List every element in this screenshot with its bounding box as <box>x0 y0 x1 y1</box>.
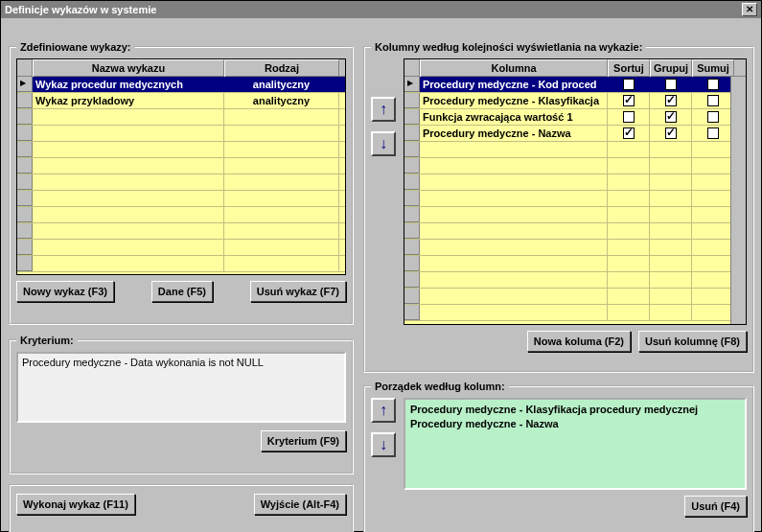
table-row[interactable]: Procedury medyczne - Kod proced <box>404 77 746 93</box>
columns-group: Kolumny według kolejności wyświetlania n… <box>363 41 754 373</box>
columns-legend: Kolumny według kolejności wyświetlania n… <box>371 41 646 53</box>
checkbox[interactable] <box>707 127 719 139</box>
titlebar: Definicje wykazów w systemie ✕ <box>1 1 761 18</box>
defined-grid[interactable]: Nazwa wykazu Rodzaj Wykaz procedur medyc… <box>16 58 346 275</box>
table-row[interactable] <box>17 142 345 158</box>
order-legend: Porządek według kolumn: <box>371 381 509 392</box>
delete-column-button[interactable]: Usuń kolumnę (F8) <box>638 331 747 352</box>
table-row[interactable] <box>404 174 746 191</box>
table-row[interactable] <box>17 240 345 256</box>
col-group[interactable]: Grupuj <box>650 59 692 77</box>
delete-wykaz-button[interactable]: Usuń wykaz (F7) <box>250 281 346 302</box>
col-sort[interactable]: Sortuj <box>608 59 650 77</box>
table-row[interactable]: Procedury medyczne - Nazwa <box>404 126 746 142</box>
checkbox[interactable] <box>665 79 677 90</box>
defined-legend: Zdefiniowane wykazy: <box>16 41 135 53</box>
move-up-button[interactable]: ↑ <box>371 97 396 122</box>
col-column[interactable]: Kolumna <box>420 59 608 77</box>
order-down-button[interactable]: ↓ <box>371 432 396 457</box>
delete-order-button[interactable]: Usuń (F4) <box>684 496 747 517</box>
table-row[interactable] <box>17 223 345 240</box>
checkbox[interactable] <box>707 95 719 106</box>
table-row[interactable] <box>17 191 345 207</box>
table-row[interactable] <box>404 240 746 256</box>
new-wykaz-button[interactable]: Nowy wykaz (F3) <box>16 281 114 302</box>
table-row[interactable] <box>404 158 746 174</box>
list-item[interactable]: Procedury medyczne - Klasyfikacja proced… <box>410 403 740 417</box>
checkbox[interactable] <box>707 79 719 90</box>
table-row[interactable] <box>404 142 746 158</box>
table-row[interactable] <box>404 256 746 272</box>
criteria-button[interactable]: Kryterium (F9) <box>261 430 346 451</box>
checkbox[interactable] <box>665 111 677 123</box>
new-column-button[interactable]: Nowa koluma (F2) <box>527 331 631 352</box>
move-down-button[interactable]: ↓ <box>371 131 396 156</box>
content: Zdefiniowane wykazy: Nazwa wykazu Rodzaj… <box>1 18 761 531</box>
checkbox[interactable] <box>623 95 635 106</box>
table-row[interactable] <box>404 191 746 207</box>
table-row[interactable] <box>17 174 345 191</box>
checkbox[interactable] <box>665 127 677 139</box>
table-row[interactable] <box>17 256 345 272</box>
col-type[interactable]: Rodzaj <box>224 59 339 77</box>
table-row[interactable]: Procedury medyczne - Klasyfikacja <box>404 93 746 109</box>
criteria-legend: Kryterium: <box>16 335 78 346</box>
table-row[interactable] <box>17 126 345 142</box>
table-row[interactable] <box>17 158 345 174</box>
scrollbar[interactable] <box>730 77 746 324</box>
close-button[interactable]: ✕ <box>742 3 757 16</box>
columns-grid[interactable]: Kolumna Sortuj Grupuj Sumuj Procedury me… <box>404 58 747 325</box>
table-row[interactable] <box>17 207 345 223</box>
checkbox[interactable] <box>707 111 719 123</box>
list-item[interactable]: Procedury medyczne - Nazwa <box>410 417 740 431</box>
table-row[interactable] <box>404 207 746 223</box>
data-button[interactable]: Dane (F5) <box>151 281 213 302</box>
checkbox[interactable] <box>623 111 635 123</box>
checkbox[interactable] <box>623 79 635 90</box>
checkbox[interactable] <box>623 127 635 139</box>
criteria-text[interactable] <box>16 352 346 423</box>
table-row[interactable]: Wykaz przykladowyanalityczny <box>17 93 345 109</box>
table-row[interactable]: Wykaz procedur medycznychanalityczny <box>17 77 345 93</box>
order-list[interactable]: Procedury medyczne - Klasyfikacja proced… <box>404 398 747 490</box>
table-row[interactable] <box>404 305 746 321</box>
window: Definicje wykazów w systemie ✕ Zdefiniow… <box>0 0 762 532</box>
table-row[interactable] <box>17 109 345 126</box>
criteria-group: Kryterium: Kryterium (F9) <box>9 335 354 474</box>
window-title: Definicje wykazów w systemie <box>5 1 156 18</box>
table-row[interactable]: Funkcja zwracająca wartość 1 <box>404 109 746 126</box>
table-row[interactable] <box>404 289 746 305</box>
table-row[interactable] <box>404 272 746 289</box>
run-button[interactable]: Wykonaj wykaz (F11) <box>16 494 135 515</box>
order-group: Porządek według kolumn: ↑ ↓ Procedury me… <box>363 381 754 532</box>
col-name[interactable]: Nazwa wykazu <box>33 59 224 77</box>
defined-list-group: Zdefiniowane wykazy: Nazwa wykazu Rodzaj… <box>9 41 354 325</box>
table-row[interactable] <box>404 223 746 240</box>
checkbox[interactable] <box>665 95 677 106</box>
col-sum[interactable]: Sumuj <box>692 59 734 77</box>
exit-button[interactable]: Wyjście (Alt-F4) <box>254 494 346 515</box>
bottom-actions: Wykonaj wykaz (F11) Wyjście (Alt-F4) <box>9 484 354 532</box>
order-up-button[interactable]: ↑ <box>371 398 396 423</box>
